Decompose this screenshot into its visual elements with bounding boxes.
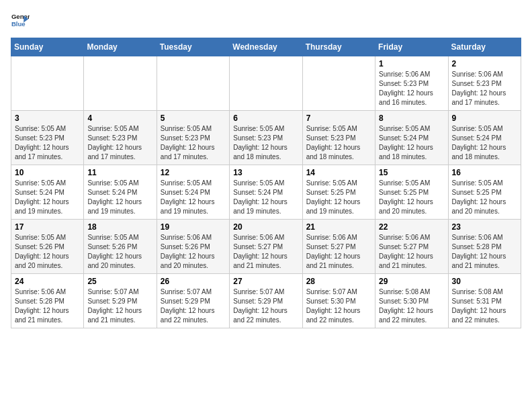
calendar-cell: [230, 56, 302, 111]
day-info: Sunrise: 5:05 AM Sunset: 5:24 PM Dayligh…: [452, 124, 517, 162]
calendar-cell: 1Sunrise: 5:06 AM Sunset: 5:23 PM Daylig…: [375, 56, 448, 111]
day-number: 10: [15, 168, 80, 177]
calendar-cell: 30Sunrise: 5:08 AM Sunset: 5:31 PM Dayli…: [448, 274, 521, 328]
day-number: 11: [87, 168, 152, 177]
day-info: Sunrise: 5:07 AM Sunset: 5:29 PM Dayligh…: [161, 287, 226, 325]
calendar-cell: [157, 56, 229, 111]
day-info: Sunrise: 5:06 AM Sunset: 5:23 PM Dayligh…: [452, 70, 517, 107]
day-number: 8: [379, 113, 444, 123]
day-number: 29: [379, 277, 444, 286]
calendar-cell: 12Sunrise: 5:05 AM Sunset: 5:24 PM Dayli…: [157, 165, 229, 220]
day-number: 1: [379, 59, 444, 68]
calendar-cell: 24Sunrise: 5:06 AM Sunset: 5:28 PM Dayli…: [11, 274, 84, 328]
calendar-week-4: 17Sunrise: 5:05 AM Sunset: 5:26 PM Dayli…: [11, 220, 521, 274]
weekday-header-tuesday: Tuesday: [157, 38, 229, 56]
day-number: 13: [233, 168, 298, 177]
logo-icon: General Blue: [11, 11, 30, 30]
weekday-header-monday: Monday: [84, 38, 157, 56]
calendar-cell: 18Sunrise: 5:05 AM Sunset: 5:26 PM Dayli…: [84, 220, 157, 274]
day-info: Sunrise: 5:08 AM Sunset: 5:31 PM Dayligh…: [452, 287, 517, 325]
calendar-cell: 27Sunrise: 5:07 AM Sunset: 5:29 PM Dayli…: [230, 274, 302, 328]
calendar-cell: 19Sunrise: 5:06 AM Sunset: 5:26 PM Dayli…: [157, 220, 229, 274]
day-number: 20: [233, 222, 298, 232]
calendar-week-5: 24Sunrise: 5:06 AM Sunset: 5:28 PM Dayli…: [11, 274, 521, 328]
weekday-header-row: SundayMondayTuesdayWednesdayThursdayFrid…: [11, 38, 521, 56]
day-number: 26: [161, 277, 226, 286]
day-number: 14: [306, 168, 371, 177]
day-info: Sunrise: 5:06 AM Sunset: 5:26 PM Dayligh…: [161, 233, 226, 271]
day-info: Sunrise: 5:05 AM Sunset: 5:23 PM Dayligh…: [233, 124, 298, 162]
day-number: 16: [452, 168, 517, 177]
calendar-cell: 15Sunrise: 5:05 AM Sunset: 5:25 PM Dayli…: [375, 165, 448, 220]
day-number: 15: [379, 168, 444, 177]
day-info: Sunrise: 5:06 AM Sunset: 5:23 PM Dayligh…: [379, 70, 444, 107]
calendar-cell: 11Sunrise: 5:05 AM Sunset: 5:24 PM Dayli…: [84, 165, 157, 220]
day-info: Sunrise: 5:05 AM Sunset: 5:26 PM Dayligh…: [87, 233, 152, 271]
day-info: Sunrise: 5:05 AM Sunset: 5:25 PM Dayligh…: [379, 179, 444, 216]
weekday-header-saturday: Saturday: [448, 38, 521, 56]
weekday-header-friday: Friday: [375, 38, 448, 56]
calendar-week-3: 10Sunrise: 5:05 AM Sunset: 5:24 PM Dayli…: [11, 165, 521, 220]
day-number: 18: [87, 222, 152, 232]
day-number: 22: [379, 222, 444, 232]
calendar-cell: 29Sunrise: 5:08 AM Sunset: 5:30 PM Dayli…: [375, 274, 448, 328]
day-number: 9: [452, 113, 517, 123]
page-header: General Blue: [11, 11, 521, 30]
calendar-cell: 13Sunrise: 5:05 AM Sunset: 5:24 PM Dayli…: [230, 165, 302, 220]
day-info: Sunrise: 5:05 AM Sunset: 5:26 PM Dayligh…: [15, 233, 80, 271]
day-number: 4: [87, 113, 152, 123]
day-info: Sunrise: 5:05 AM Sunset: 5:24 PM Dayligh…: [233, 179, 298, 216]
calendar-body: 1Sunrise: 5:06 AM Sunset: 5:23 PM Daylig…: [11, 56, 521, 328]
calendar-cell: 10Sunrise: 5:05 AM Sunset: 5:24 PM Dayli…: [11, 165, 84, 220]
day-info: Sunrise: 5:05 AM Sunset: 5:25 PM Dayligh…: [452, 179, 517, 216]
calendar-cell: 8Sunrise: 5:05 AM Sunset: 5:24 PM Daylig…: [375, 111, 448, 165]
day-number: 21: [306, 222, 371, 232]
day-number: 7: [306, 113, 371, 123]
day-number: 6: [233, 113, 298, 123]
day-info: Sunrise: 5:07 AM Sunset: 5:30 PM Dayligh…: [306, 287, 371, 325]
day-info: Sunrise: 5:07 AM Sunset: 5:29 PM Dayligh…: [87, 287, 152, 325]
day-number: 3: [15, 113, 80, 123]
day-info: Sunrise: 5:05 AM Sunset: 5:24 PM Dayligh…: [161, 179, 226, 216]
calendar-cell: 25Sunrise: 5:07 AM Sunset: 5:29 PM Dayli…: [84, 274, 157, 328]
day-number: 12: [161, 168, 226, 177]
day-number: 19: [161, 222, 226, 232]
day-info: Sunrise: 5:05 AM Sunset: 5:23 PM Dayligh…: [87, 124, 152, 162]
calendar-cell: 21Sunrise: 5:06 AM Sunset: 5:27 PM Dayli…: [302, 220, 375, 274]
calendar-cell: 5Sunrise: 5:05 AM Sunset: 5:23 PM Daylig…: [157, 111, 229, 165]
calendar-cell: [302, 56, 375, 111]
calendar-cell: 26Sunrise: 5:07 AM Sunset: 5:29 PM Dayli…: [157, 274, 229, 328]
day-number: 30: [452, 277, 517, 286]
calendar-cell: 14Sunrise: 5:05 AM Sunset: 5:25 PM Dayli…: [302, 165, 375, 220]
calendar-week-2: 3Sunrise: 5:05 AM Sunset: 5:23 PM Daylig…: [11, 111, 521, 165]
day-info: Sunrise: 5:05 AM Sunset: 5:23 PM Dayligh…: [161, 124, 226, 162]
day-number: 25: [87, 277, 152, 286]
day-info: Sunrise: 5:06 AM Sunset: 5:27 PM Dayligh…: [379, 233, 444, 271]
day-number: 2: [452, 59, 517, 68]
calendar-cell: 20Sunrise: 5:06 AM Sunset: 5:27 PM Dayli…: [230, 220, 302, 274]
calendar-cell: 16Sunrise: 5:05 AM Sunset: 5:25 PM Dayli…: [448, 165, 521, 220]
day-info: Sunrise: 5:06 AM Sunset: 5:27 PM Dayligh…: [306, 233, 371, 271]
day-number: 17: [15, 222, 80, 232]
day-info: Sunrise: 5:05 AM Sunset: 5:24 PM Dayligh…: [379, 124, 444, 162]
day-info: Sunrise: 5:05 AM Sunset: 5:23 PM Dayligh…: [306, 124, 371, 162]
calendar-cell: 28Sunrise: 5:07 AM Sunset: 5:30 PM Dayli…: [302, 274, 375, 328]
calendar-table: SundayMondayTuesdayWednesdayThursdayFrid…: [11, 38, 521, 328]
calendar-cell: 7Sunrise: 5:05 AM Sunset: 5:23 PM Daylig…: [302, 111, 375, 165]
day-info: Sunrise: 5:06 AM Sunset: 5:28 PM Dayligh…: [452, 233, 517, 271]
calendar-cell: 17Sunrise: 5:05 AM Sunset: 5:26 PM Dayli…: [11, 220, 84, 274]
calendar-cell: [11, 56, 84, 111]
day-info: Sunrise: 5:05 AM Sunset: 5:24 PM Dayligh…: [87, 179, 152, 216]
calendar-cell: 2Sunrise: 5:06 AM Sunset: 5:23 PM Daylig…: [448, 56, 521, 111]
calendar-cell: 4Sunrise: 5:05 AM Sunset: 5:23 PM Daylig…: [84, 111, 157, 165]
weekday-header-thursday: Thursday: [302, 38, 375, 56]
calendar-cell: [84, 56, 157, 111]
calendar-week-1: 1Sunrise: 5:06 AM Sunset: 5:23 PM Daylig…: [11, 56, 521, 111]
day-info: Sunrise: 5:08 AM Sunset: 5:30 PM Dayligh…: [379, 287, 444, 325]
calendar-cell: 3Sunrise: 5:05 AM Sunset: 5:23 PM Daylig…: [11, 111, 84, 165]
day-info: Sunrise: 5:06 AM Sunset: 5:27 PM Dayligh…: [233, 233, 298, 271]
day-info: Sunrise: 5:07 AM Sunset: 5:29 PM Dayligh…: [233, 287, 298, 325]
day-info: Sunrise: 5:05 AM Sunset: 5:24 PM Dayligh…: [15, 179, 80, 216]
calendar-cell: 23Sunrise: 5:06 AM Sunset: 5:28 PM Dayli…: [448, 220, 521, 274]
day-info: Sunrise: 5:05 AM Sunset: 5:23 PM Dayligh…: [15, 124, 80, 162]
